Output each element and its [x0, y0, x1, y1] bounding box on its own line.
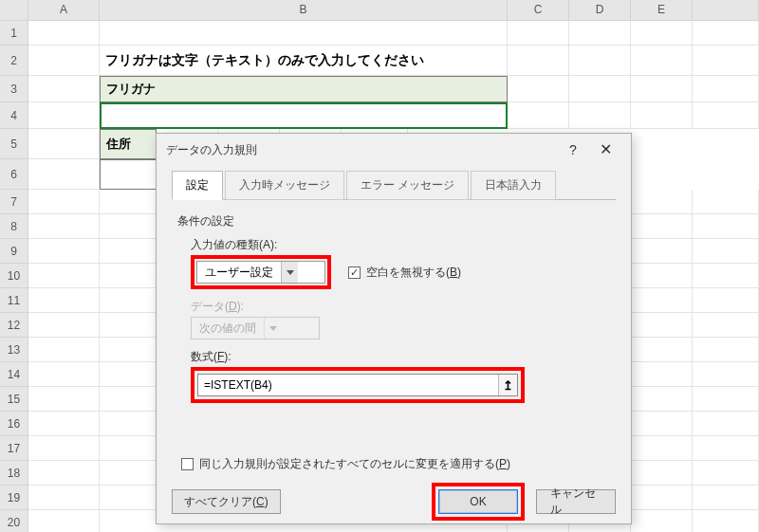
- ok-button[interactable]: OK: [438, 489, 518, 514]
- cell-F7[interactable]: [693, 190, 759, 214]
- cell-E10[interactable]: [631, 264, 693, 288]
- cell-F20[interactable]: [693, 510, 759, 532]
- cell-D1[interactable]: [569, 21, 631, 46]
- row-header-13[interactable]: 13: [0, 338, 28, 362]
- cell-F17[interactable]: [693, 436, 759, 461]
- cell-A15[interactable]: [28, 387, 100, 412]
- row-header-2[interactable]: 2: [0, 46, 28, 76]
- cell-F10[interactable]: [693, 264, 759, 288]
- cell-E12[interactable]: [631, 313, 693, 338]
- cell-C3[interactable]: [508, 76, 569, 102]
- cell-E15[interactable]: [631, 387, 693, 412]
- cell-F14[interactable]: [693, 362, 759, 387]
- row-header-8[interactable]: 8: [0, 214, 28, 239]
- cell-D3[interactable]: [569, 76, 631, 102]
- cell-F19[interactable]: [693, 486, 759, 510]
- cell-F15[interactable]: [693, 387, 759, 412]
- cell-F2[interactable]: [693, 46, 759, 76]
- cell-E16[interactable]: [631, 412, 693, 436]
- row-header-14[interactable]: 14: [0, 362, 28, 387]
- cell-E17[interactable]: [631, 436, 693, 461]
- cell-E19[interactable]: [631, 486, 693, 510]
- cell-E2[interactable]: [631, 46, 693, 76]
- cell-B5[interactable]: 住所: [100, 129, 157, 159]
- select-all-corner[interactable]: [0, 0, 28, 21]
- tab-input-message[interactable]: 入力時メッセージ: [225, 171, 344, 200]
- cell-F9[interactable]: [693, 239, 759, 264]
- cell-A6[interactable]: [28, 159, 100, 190]
- cell-E18[interactable]: [631, 461, 693, 486]
- tab-error-message[interactable]: エラー メッセージ: [346, 171, 469, 200]
- row-header-11[interactable]: 11: [0, 288, 28, 313]
- allow-select-button[interactable]: [281, 262, 298, 283]
- cell-F12[interactable]: [693, 313, 759, 338]
- cell-A20[interactable]: [28, 510, 100, 532]
- help-button[interactable]: ?: [557, 136, 589, 164]
- col-header-e[interactable]: E: [631, 0, 693, 21]
- cell-E20[interactable]: [631, 510, 693, 532]
- cell-A7[interactable]: [28, 190, 100, 214]
- tab-ime[interactable]: 日本語入力: [471, 171, 556, 200]
- cell-A17[interactable]: [28, 436, 100, 461]
- close-button[interactable]: ✕: [589, 136, 621, 164]
- row-header-3[interactable]: 3: [0, 76, 28, 102]
- cell-C4[interactable]: [508, 102, 569, 129]
- allow-select[interactable]: ユーザー設定: [196, 261, 325, 284]
- row-header-18[interactable]: 18: [0, 461, 28, 486]
- apply-all-checkbox[interactable]: 同じ入力規則が設定されたすべてのセルに変更を適用する(P): [181, 456, 510, 472]
- tab-settings[interactable]: 設定: [172, 171, 223, 200]
- row-header-16[interactable]: 16: [0, 412, 28, 436]
- cell-B6[interactable]: [100, 159, 157, 190]
- range-picker-button[interactable]: ↥: [498, 375, 517, 395]
- cell-F18[interactable]: [693, 461, 759, 486]
- row-header-5[interactable]: 5: [0, 129, 28, 159]
- col-header-b[interactable]: B: [100, 0, 508, 21]
- cell-E4[interactable]: [631, 102, 693, 129]
- cell-C1[interactable]: [508, 21, 569, 46]
- cell-C2[interactable]: [508, 46, 569, 76]
- cell-A16[interactable]: [28, 412, 100, 436]
- cell-A2[interactable]: [28, 46, 100, 76]
- cell-E7[interactable]: [631, 190, 693, 214]
- cell-E9[interactable]: [631, 239, 693, 264]
- cell-B1[interactable]: [100, 21, 508, 46]
- cell-A1[interactable]: [28, 21, 100, 46]
- col-header-a[interactable]: A: [28, 0, 100, 21]
- cell-A5[interactable]: [28, 129, 100, 159]
- row-header-19[interactable]: 19: [0, 486, 28, 510]
- cell-A11[interactable]: [28, 288, 100, 313]
- cell-B4[interactable]: [100, 102, 508, 129]
- cell-E11[interactable]: [631, 288, 693, 313]
- cell-E3[interactable]: [631, 76, 693, 102]
- cell-A10[interactable]: [28, 264, 100, 288]
- cell-A3[interactable]: [28, 76, 100, 102]
- row-header-10[interactable]: 10: [0, 264, 28, 288]
- cell-F4[interactable]: [693, 102, 759, 129]
- ignore-blank-checkbox[interactable]: ✓ 空白を無視する(B): [348, 265, 461, 281]
- cell-B2[interactable]: フリガナは文字（テキスト）のみで入力してください: [100, 46, 508, 76]
- cell-E14[interactable]: [631, 362, 693, 387]
- cell-A14[interactable]: [28, 362, 100, 387]
- cell-A4[interactable]: [28, 102, 100, 129]
- cell-A9[interactable]: [28, 239, 100, 264]
- dialog-titlebar[interactable]: データの入力規則 ? ✕: [157, 134, 631, 166]
- row-header-12[interactable]: 12: [0, 313, 28, 338]
- cell-A18[interactable]: [28, 461, 100, 486]
- row-header-1[interactable]: 1: [0, 21, 28, 46]
- cancel-button[interactable]: キャンセル: [536, 489, 616, 514]
- row-header-9[interactable]: 9: [0, 239, 28, 264]
- clear-all-button[interactable]: すべてクリア(C): [172, 489, 281, 514]
- cell-A12[interactable]: [28, 313, 100, 338]
- cell-A13[interactable]: [28, 338, 100, 362]
- row-header-17[interactable]: 17: [0, 436, 28, 461]
- cell-D4[interactable]: [569, 102, 631, 129]
- cell-E1[interactable]: [631, 21, 693, 46]
- row-header-6[interactable]: 6: [0, 159, 28, 190]
- cell-A19[interactable]: [28, 486, 100, 510]
- cell-A8[interactable]: [28, 214, 100, 239]
- cell-E13[interactable]: [631, 338, 693, 362]
- cell-B3[interactable]: フリガナ: [100, 76, 508, 102]
- cell-F3[interactable]: [693, 76, 759, 102]
- row-header-15[interactable]: 15: [0, 387, 28, 412]
- col-header-d[interactable]: D: [569, 0, 631, 21]
